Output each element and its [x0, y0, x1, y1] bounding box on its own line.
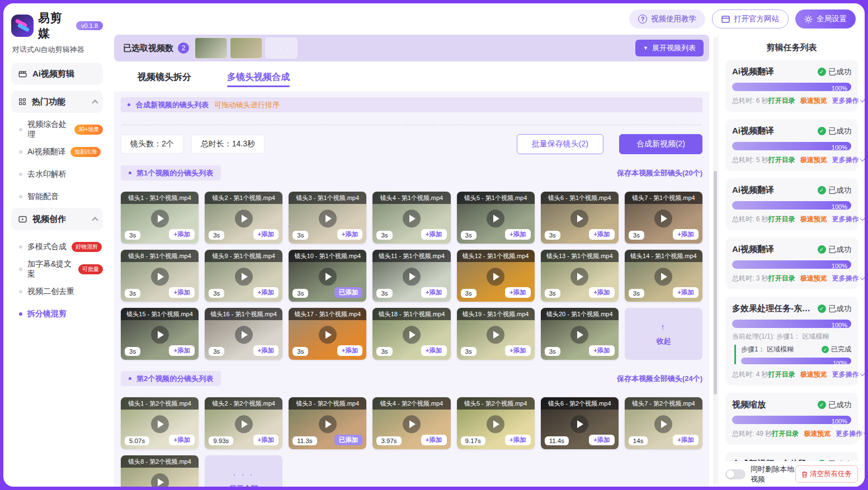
add-clip-button[interactable]: +添加 — [505, 287, 531, 298]
more-actions-link[interactable]: 更多操作 — [832, 215, 864, 224]
more-actions-link[interactable]: 更多操作 — [832, 155, 864, 165]
sidebar-item-8[interactable]: 加字幕&提文案可批量 — [11, 258, 103, 280]
play-icon[interactable] — [654, 210, 672, 227]
clip-card[interactable]: 镜头12 - 第1个视频.mp43s+添加 — [457, 250, 535, 302]
open-directory-link[interactable]: 打开目录 — [768, 274, 795, 283]
quick-preview-link[interactable]: 极速预览 — [804, 429, 831, 439]
add-clip-button[interactable]: +添加 — [589, 345, 615, 356]
add-clip-button[interactable]: +添加 — [421, 345, 447, 356]
clip-card[interactable]: 镜头8 - 第2个视频.mp46.97s+添加 — [121, 455, 199, 487]
clip-card[interactable]: 镜头2 - 第2个视频.mp49.93s+添加 — [205, 397, 282, 449]
add-clip-button[interactable]: +添加 — [421, 287, 447, 298]
add-clip-button[interactable]: +添加 — [337, 345, 363, 356]
play-icon[interactable] — [487, 210, 504, 227]
add-clip-button[interactable]: +添加 — [337, 229, 363, 240]
add-clip-button[interactable]: +添加 — [421, 229, 447, 240]
open-directory-link[interactable]: 打开目录 — [768, 155, 795, 165]
expand-all-box[interactable]: · · ·展开全部 — [205, 455, 282, 487]
add-clip-button[interactable]: +添加 — [169, 345, 195, 356]
play-icon[interactable] — [570, 210, 588, 227]
selected-video-thumbnail[interactable] — [195, 37, 227, 59]
clip-card[interactable]: 镜头6 - 第1个视频.mp43s+添加 — [541, 192, 619, 244]
clip-card[interactable]: 镜头17 - 第1个视频.mp43s+添加 — [289, 308, 366, 360]
add-clip-button[interactable]: +添加 — [169, 435, 195, 445]
add-clip-button[interactable]: +添加 — [589, 287, 615, 298]
play-icon[interactable] — [319, 326, 337, 344]
add-clip-button[interactable]: +添加 — [505, 435, 531, 445]
play-icon[interactable] — [403, 210, 421, 227]
batch-save-button[interactable]: 批量保存镜头(2) — [517, 134, 603, 154]
more-actions-link[interactable]: 更多操作 — [832, 370, 864, 379]
added-badge[interactable]: 已添加 — [334, 435, 363, 445]
play-icon[interactable] — [403, 268, 421, 286]
sidebar-section-1[interactable]: 热门功能 — [11, 91, 103, 113]
quick-preview-link[interactable]: 极速预览 — [800, 155, 827, 165]
add-clip-button[interactable]: +添加 — [505, 229, 531, 240]
open-directory-link[interactable]: 打开目录 — [768, 215, 795, 224]
sidebar-section-6[interactable]: 视频创作 — [11, 208, 103, 230]
add-clip-button[interactable]: +添加 — [253, 287, 279, 298]
play-icon[interactable] — [570, 326, 588, 344]
clip-card[interactable]: 镜头8 - 第1个视频.mp43s+添加 — [121, 250, 199, 302]
open-directory-link[interactable]: 打开目录 — [768, 370, 795, 379]
clip-card[interactable]: 镜头14 - 第1个视频.mp43s+添加 — [625, 250, 702, 302]
sidebar-item-5[interactable]: 智能配音 — [11, 185, 103, 208]
clip-card[interactable]: 镜头3 - 第1个视频.mp43s+添加 — [289, 192, 366, 244]
add-clip-button[interactable]: +添加 — [673, 435, 699, 445]
clip-card[interactable]: 镜头4 - 第2个视频.mp43.97s+添加 — [372, 397, 450, 449]
play-icon[interactable] — [487, 415, 504, 433]
play-icon[interactable] — [235, 210, 253, 227]
tab-1[interactable]: 多镜头视频合成 — [227, 72, 290, 92]
more-videos-box[interactable]: · · · — [265, 37, 298, 59]
tutorial-button[interactable]: ? 视频使用教学 — [629, 9, 705, 28]
clip-card[interactable]: 镜头5 - 第1个视频.mp43s+添加 — [457, 192, 535, 244]
add-clip-button[interactable]: +添加 — [673, 229, 699, 240]
more-actions-link[interactable]: 更多操作 — [832, 274, 864, 283]
expand-video-list-button[interactable]: ▼ 展开视频列表 — [635, 40, 704, 56]
play-icon[interactable] — [487, 268, 504, 286]
clip-card[interactable]: 镜头1 - 第2个视频.mp45.07s+添加 — [121, 397, 199, 449]
quick-preview-link[interactable]: 极速预览 — [800, 215, 827, 224]
clip-card[interactable]: 镜头18 - 第1个视频.mp43s+添加 — [372, 308, 450, 360]
tab-0[interactable]: 视频镜头拆分 — [138, 72, 191, 92]
clip-card[interactable]: 镜头3 - 第2个视频.mp411.3s已添加 — [289, 397, 366, 449]
play-icon[interactable] — [235, 415, 253, 433]
play-icon[interactable] — [151, 415, 169, 433]
add-clip-button[interactable]: +添加 — [421, 435, 447, 445]
play-icon[interactable] — [487, 326, 504, 344]
open-directory-link[interactable]: 打开目录 — [772, 429, 799, 439]
clip-card[interactable]: 镜头1 - 第1个视频.mp43s+添加 — [121, 192, 199, 244]
clip-card[interactable]: 镜头16 - 第1个视频.mp43s+添加 — [205, 308, 282, 360]
clip-card[interactable]: 镜头10 - 第1个视频.mp43s已添加 — [289, 250, 366, 302]
play-icon[interactable] — [151, 326, 169, 344]
clip-card[interactable]: 镜头13 - 第1个视频.mp43s+添加 — [541, 250, 619, 302]
sidebar-item-3[interactable]: Ai视频翻译短剧出海 — [11, 141, 103, 163]
play-icon[interactable] — [654, 268, 672, 286]
save-all-shots-link[interactable]: 保存本视频全部镜头(20个) — [617, 168, 702, 178]
clip-card[interactable]: 镜头4 - 第1个视频.mp43s+添加 — [372, 192, 450, 244]
play-icon[interactable] — [235, 268, 253, 286]
global-settings-button[interactable]: 全局设置 — [795, 9, 856, 28]
add-clip-button[interactable]: +添加 — [169, 229, 195, 240]
add-clip-button[interactable]: +添加 — [169, 287, 195, 298]
sidebar-item-10[interactable]: 拆分镜混剪 — [11, 303, 103, 325]
play-icon[interactable] — [570, 415, 588, 433]
more-actions-link[interactable]: 更多操作 — [836, 429, 865, 439]
play-icon[interactable] — [403, 326, 421, 344]
clip-card[interactable]: 镜头20 - 第1个视频.mp43s+添加 — [541, 308, 619, 360]
add-clip-button[interactable]: +添加 — [589, 229, 615, 240]
play-icon[interactable] — [319, 210, 337, 227]
clip-card[interactable]: 镜头7 - 第2个视频.mp414s+添加 — [625, 397, 702, 449]
clear-all-tasks-button[interactable]: 清空所有任务 — [795, 465, 858, 483]
open-directory-link[interactable]: 打开目录 — [768, 96, 795, 106]
open-website-button[interactable]: 打开官方网站 — [712, 9, 789, 28]
play-icon[interactable] — [151, 268, 169, 286]
sidebar-item-4[interactable]: 去水印解析 — [11, 163, 103, 185]
play-icon[interactable] — [319, 415, 337, 433]
sidebar-item-9[interactable]: 视频二创去重 — [11, 280, 103, 303]
play-icon[interactable] — [235, 326, 253, 344]
sidebar-item-2[interactable]: 视频综合处理30+场景 — [11, 118, 103, 141]
add-clip-button[interactable]: +添加 — [253, 345, 279, 356]
clip-card[interactable]: 镜头15 - 第1个视频.mp43s+添加 — [121, 308, 199, 360]
quick-preview-link[interactable]: 极速预览 — [800, 274, 827, 283]
